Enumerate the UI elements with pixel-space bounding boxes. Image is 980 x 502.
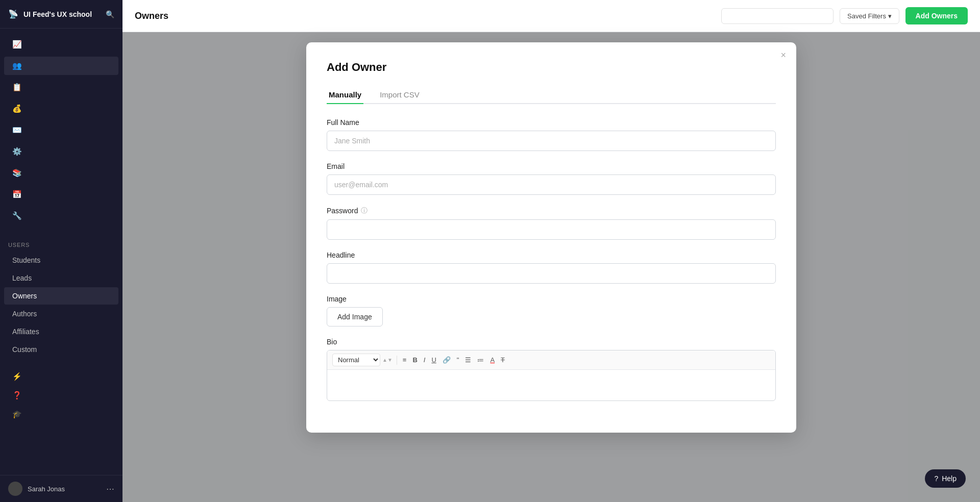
library-icon: 📚 <box>12 168 21 178</box>
sidebar-item-label: Custom <box>12 345 37 354</box>
main-header: Owners Saved Filters ▾ Add Owners <box>122 0 980 32</box>
search-input[interactable] <box>721 8 834 24</box>
full-name-input[interactable] <box>327 131 776 151</box>
main-content: Owners Saved Filters ▾ Add Owners × Add … <box>122 0 980 502</box>
bio-group: Bio Normal Heading 1 Heading 2 Heading 3… <box>327 338 776 401</box>
email-group: Email <box>327 162 776 195</box>
full-name-group: Full Name <box>327 118 776 151</box>
sidebar-item-messages[interactable]: ✉️ <box>4 121 118 139</box>
sidebar-item-bolt[interactable]: ⚡ <box>4 367 118 386</box>
bio-content-area[interactable] <box>327 370 775 400</box>
password-label: Password <box>327 207 358 215</box>
sidebar-title: UI Feed's UX school <box>23 10 92 18</box>
calendar-icon: 📅 <box>12 190 21 199</box>
sidebar-item-students[interactable]: Students <box>4 252 118 269</box>
headline-group: Headline <box>327 251 776 284</box>
bio-toolbar: Normal Heading 1 Heading 2 Heading 3 ▲▼ … <box>327 350 775 370</box>
sidebar-item-authors[interactable]: Authors <box>4 305 118 322</box>
headline-label: Headline <box>327 251 776 259</box>
sidebar-item-label: Leads <box>12 274 32 282</box>
sidebar-item-calendar[interactable]: 📅 <box>4 185 118 204</box>
underline-button[interactable]: U <box>429 355 438 365</box>
bio-editor: Normal Heading 1 Heading 2 Heading 3 ▲▼ … <box>327 350 776 401</box>
sidebar-footer: Sarah Jonas ⋯ <box>0 475 122 502</box>
sidebar-item-analytics[interactable]: 📈 <box>4 35 118 54</box>
modal-tabs: Manually Import CSV <box>327 86 776 104</box>
sidebar-item-dashboard[interactable]: 📋 <box>4 78 118 96</box>
tab-manually[interactable]: Manually <box>327 86 363 104</box>
messages-icon: ✉️ <box>12 126 21 135</box>
sidebar: 📡 UI Feed's UX school 🔍 📈 👥 📋 💰 ✉️ ⚙️ 📚 … <box>0 0 122 502</box>
sidebar-item-revenue[interactable]: 💰 <box>4 99 118 118</box>
help-label: Help <box>942 474 957 483</box>
format-chevron-icon: ▲▼ <box>382 357 393 363</box>
modal-title: Add Owner <box>327 61 776 74</box>
saved-filters-button[interactable]: Saved Filters ▾ <box>840 8 899 24</box>
avatar <box>8 482 22 496</box>
sidebar-item-users[interactable]: 👥 <box>4 57 118 75</box>
strikethrough-button[interactable]: T <box>498 355 507 365</box>
password-help-icon[interactable]: ⓘ <box>361 206 368 215</box>
italic-button[interactable]: I <box>421 355 428 365</box>
password-input[interactable] <box>327 219 776 240</box>
sidebar-item-owners[interactable]: Owners <box>4 287 118 305</box>
settings-icon: ⚙️ <box>12 147 21 156</box>
analytics-icon: 📈 <box>12 40 21 49</box>
password-group: Password ⓘ <box>327 206 776 240</box>
sidebar-search-icon[interactable]: 🔍 <box>106 10 114 18</box>
sidebar-item-label: Owners <box>12 292 37 300</box>
sidebar-item-leads[interactable]: Leads <box>4 269 118 287</box>
sidebar-item-label: Affiliates <box>12 328 39 336</box>
sidebar-header: 📡 UI Feed's UX school 🔍 <box>0 0 122 29</box>
revenue-icon: 💰 <box>12 104 21 113</box>
email-input[interactable] <box>327 174 776 195</box>
modal-close-button[interactable]: × <box>780 51 786 60</box>
sidebar-item-library[interactable]: 📚 <box>4 164 118 182</box>
headline-input[interactable] <box>327 263 776 284</box>
bullet-list-button[interactable]: ☰ <box>462 355 474 365</box>
bio-label: Bio <box>327 338 776 346</box>
add-owners-button[interactable]: Add Owners <box>905 7 968 24</box>
quote-button[interactable]: " <box>454 355 462 365</box>
user-name: Sarah Jonas <box>28 485 101 493</box>
add-image-button[interactable]: Add Image <box>327 307 383 327</box>
users-icon: 👥 <box>12 61 21 70</box>
more-options-icon[interactable]: ⋯ <box>106 484 114 494</box>
tab-import-csv[interactable]: Import CSV <box>378 86 422 104</box>
modal-overlay: × Add Owner Manually Import CSV Full Nam… <box>122 32 980 502</box>
text-color-button[interactable]: A <box>487 355 497 365</box>
image-group: Image Add Image <box>327 295 776 327</box>
integrations-icon: 🔧 <box>12 211 21 220</box>
email-label: Email <box>327 162 776 170</box>
dashboard-icon: 📋 <box>12 83 21 92</box>
page-title: Owners <box>135 11 715 21</box>
sidebar-item-label: Authors <box>12 310 37 318</box>
password-label-row: Password ⓘ <box>327 206 776 215</box>
sidebar-section-users: USERS <box>0 232 122 251</box>
align-button[interactable]: ≡ <box>400 355 409 365</box>
format-select[interactable]: Normal Heading 1 Heading 2 Heading 3 <box>332 354 380 366</box>
sidebar-item-affiliates[interactable]: Affiliates <box>4 323 118 340</box>
graduation-icon: 🎓 <box>12 410 21 419</box>
modal-add-owner: × Add Owner Manually Import CSV Full Nam… <box>306 42 796 433</box>
sidebar-logo-icon: 📡 <box>8 9 18 19</box>
bolt-icon: ⚡ <box>12 372 21 381</box>
toolbar-divider-1 <box>397 356 397 365</box>
help-circle-icon: ? <box>934 474 938 483</box>
help-icon: ❓ <box>12 391 21 400</box>
sidebar-item-custom[interactable]: Custom <box>4 341 118 358</box>
link-button[interactable]: 🔗 <box>440 355 453 365</box>
full-name-label: Full Name <box>327 118 776 127</box>
sidebar-item-label: Students <box>12 256 40 264</box>
sidebar-item-integrations[interactable]: 🔧 <box>4 207 118 225</box>
ordered-list-button[interactable]: ≔ <box>475 355 486 365</box>
bold-button[interactable]: B <box>410 355 420 365</box>
sidebar-item-settings[interactable]: ⚙️ <box>4 142 118 161</box>
sidebar-item-graduation[interactable]: 🎓 <box>4 405 118 423</box>
sidebar-item-help[interactable]: ❓ <box>4 386 118 405</box>
image-label: Image <box>327 295 776 303</box>
help-button[interactable]: ? Help <box>925 469 966 488</box>
